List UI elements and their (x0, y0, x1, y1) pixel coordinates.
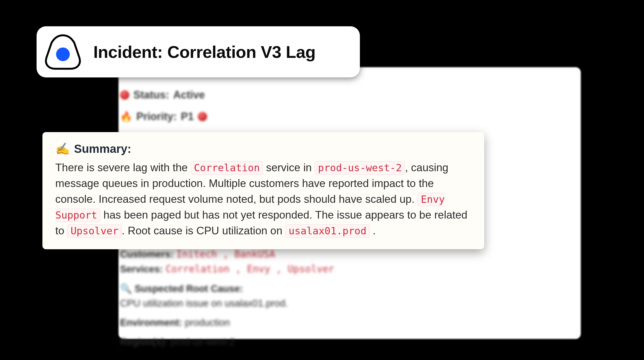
environment-value: production (185, 317, 230, 328)
code-correlation: Correlation (191, 161, 263, 175)
status-dot-icon (120, 90, 129, 100)
summary-heading: ✍️ Summary: (55, 142, 471, 156)
incident-title: Incident: Correlation V3 Lag (93, 42, 315, 62)
priority-dot-icon (198, 112, 207, 121)
code-usalax01-prod: usalax01.prod (285, 224, 370, 238)
flame-icon: 🔥 (120, 111, 132, 122)
region-value: prod-us-west-2 (170, 336, 235, 347)
code-upsolver: Upsolver (67, 224, 122, 238)
root-cause-label: Suspected Root Cause: (135, 283, 243, 294)
summary-t6: . (370, 225, 376, 237)
customers-value: Initech , BankUSA (176, 248, 275, 260)
services-value: Correlation , Envy , Upsolver (166, 263, 334, 275)
writing-hand-icon: ✍️ (55, 142, 70, 156)
priority-row: 🔥 Priority: P1 (120, 110, 207, 123)
region-label: Region(s): (120, 336, 168, 347)
services-label: Services: (120, 264, 163, 274)
status-label: Status: (133, 89, 169, 101)
root-cause-value: CPU utilization issue on usalax01.prod. (120, 298, 288, 309)
summary-t1: There is severe lag with the (55, 162, 191, 174)
summary-heading-text: Summary: (74, 142, 131, 155)
details-block: Customers: Initech , BankUSA Services: C… (120, 248, 471, 351)
summary-t2: service in (263, 162, 315, 174)
priority-label: Priority: (136, 110, 177, 123)
summary-card: ✍️ Summary: There is severe lag with the… (42, 132, 484, 249)
summary-t5: . Root cause is CPU utilization on (122, 225, 285, 237)
summary-body: There is severe lag with the Correlation… (55, 160, 471, 239)
status-value: Active (173, 89, 205, 101)
svg-point-0 (56, 47, 70, 61)
customers-label: Customers: (120, 249, 174, 259)
priority-value: P1 (181, 110, 194, 123)
app-logo-icon (44, 33, 82, 71)
status-row: Status: Active (120, 89, 205, 101)
incident-header: Incident: Correlation V3 Lag (37, 26, 360, 77)
code-prod-us-west-2: prod-us-west-2 (315, 161, 405, 175)
magnifier-icon: 🔍 (120, 283, 132, 294)
environment-label: Environment: (120, 317, 182, 328)
